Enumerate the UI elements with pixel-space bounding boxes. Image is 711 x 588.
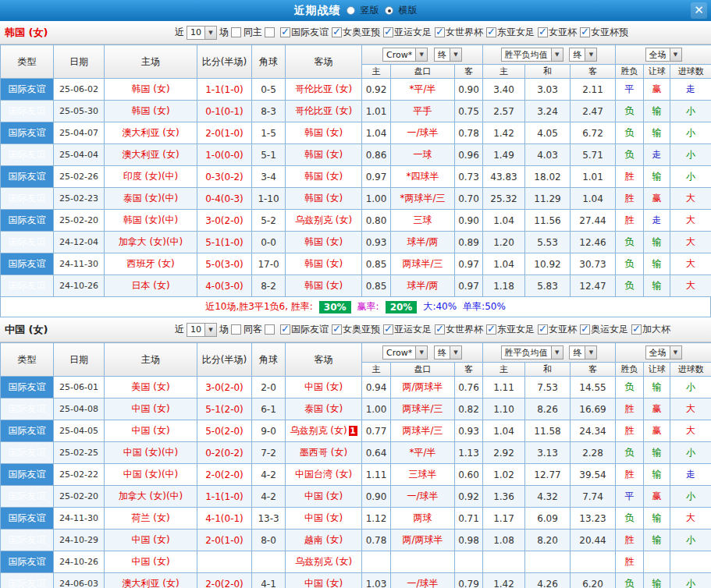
league-checkbox[interactable] — [580, 27, 590, 37]
league-filter[interactable]: 加大杯 — [631, 323, 670, 336]
away-team[interactable]: 哥伦比亚 (女) — [286, 79, 362, 101]
match-type[interactable]: 国际友谊 — [1, 486, 54, 508]
home-team[interactable]: 美国 (女) — [105, 377, 197, 398]
home-team[interactable]: 印度 (女)(中) — [105, 166, 197, 188]
bookmaker-select[interactable]: Crow*▼ — [382, 48, 428, 62]
away-team[interactable]: 韩国 (女) — [286, 122, 362, 144]
league-checkbox[interactable] — [486, 27, 496, 37]
match-type[interactable]: 国际友谊 — [1, 530, 54, 551]
league-filter[interactable]: 女亚杯 — [538, 323, 577, 336]
final-odds-select[interactable]: 终▼ — [434, 48, 462, 62]
scope-select[interactable]: 全场▼ — [645, 345, 682, 360]
scope-select[interactable]: 全场▼ — [645, 48, 682, 62]
league-checkbox[interactable] — [332, 324, 342, 335]
league-checkbox[interactable] — [631, 324, 642, 335]
home-team[interactable]: 中国 (女)(中) — [105, 464, 197, 486]
match-type[interactable]: 国际友谊 — [1, 232, 54, 253]
league-checkbox[interactable] — [280, 324, 290, 335]
match-type[interactable]: 国际友谊 — [1, 188, 54, 210]
league-checkbox[interactable] — [280, 27, 290, 37]
match-type[interactable]: 国际友谊 — [1, 144, 54, 166]
away-team[interactable]: 中国 (女) — [286, 486, 362, 508]
match-type[interactable]: 国际友谊 — [1, 210, 54, 232]
away-team[interactable]: 韩国 (女) — [286, 253, 362, 275]
league-filter[interactable]: 国际友谊 — [280, 26, 329, 39]
home-team[interactable]: 中国 (女) — [105, 420, 197, 442]
vertical-layout-radio[interactable] — [347, 6, 355, 15]
horizontal-layout-radio[interactable] — [385, 6, 393, 15]
away-team[interactable]: 韩国 (女) — [286, 166, 362, 188]
euro-odds-select[interactable]: 胜平负均值▼ — [501, 345, 563, 360]
league-checkbox[interactable] — [435, 27, 445, 37]
league-filter[interactable]: 东亚女足 — [486, 323, 535, 336]
home-team[interactable]: 中国 (女) — [105, 398, 197, 420]
league-checkbox[interactable] — [383, 324, 393, 335]
away-team[interactable]: 泰国 (女) — [286, 398, 362, 420]
league-filter[interactable]: 女奥亚预 — [332, 26, 380, 39]
secondary-checkbox[interactable] — [265, 324, 275, 335]
match-type[interactable]: 国际友谊 — [1, 420, 54, 442]
away-team[interactable]: 韩国 (女) — [286, 275, 362, 297]
league-filter[interactable]: 亚运女足 — [383, 323, 432, 336]
close-icon[interactable]: ✕ — [691, 2, 707, 19]
home-team[interactable]: 西班牙 (女) — [105, 253, 197, 275]
match-type[interactable]: 国际友谊 — [1, 101, 54, 122]
horizontal-layout-label[interactable]: 横版 — [399, 4, 418, 17]
euro-odds-select[interactable]: 胜平负均值▼ — [501, 48, 563, 62]
away-team[interactable]: 中国 (女) — [286, 573, 362, 588]
league-filter[interactable]: 东亚女足 — [486, 26, 535, 39]
away-team[interactable]: 乌兹别克 (女) — [286, 551, 362, 573]
home-team[interactable]: 加拿大 (女)(中) — [105, 232, 197, 253]
secondary-checkbox[interactable] — [265, 27, 275, 37]
away-team[interactable]: 越南 (女) — [286, 530, 362, 551]
away-team[interactable]: 中国 (女) — [286, 377, 362, 398]
away-team[interactable]: 墨西哥 (女) — [286, 442, 362, 464]
away-team[interactable]: 哥伦比亚 (女) — [286, 101, 362, 122]
league-filter[interactable]: 国际友谊 — [280, 323, 329, 336]
match-type[interactable]: 国际友谊 — [1, 573, 54, 588]
recent-count-select[interactable]: 10▼ — [187, 26, 217, 40]
home-team[interactable]: 澳大利亚 (女) — [105, 122, 197, 144]
match-type[interactable]: 国际友谊 — [1, 166, 54, 188]
league-filter[interactable]: 女亚杯 — [538, 26, 577, 39]
final-odds-select[interactable]: 终▼ — [434, 345, 462, 360]
league-filter[interactable]: 女世界杯 — [435, 323, 483, 336]
home-team[interactable]: 澳大利亚 (女) — [105, 573, 197, 588]
home-team[interactable]: 中国 (女)(中) — [105, 442, 197, 464]
match-type[interactable]: 国际友谊 — [1, 377, 54, 398]
vertical-layout-label[interactable]: 竖版 — [361, 4, 379, 17]
home-team[interactable]: 荷兰 (女) — [105, 508, 197, 530]
recent-count-select[interactable]: 10▼ — [187, 323, 217, 337]
match-type[interactable]: 国际友谊 — [1, 508, 54, 530]
league-filter[interactable]: 女世界杯 — [435, 26, 483, 39]
match-type[interactable]: 国际友谊 — [1, 464, 54, 486]
home-team[interactable]: 韩国 (女)(中) — [105, 210, 197, 232]
league-filter[interactable]: 女亚杯预 — [580, 26, 628, 39]
home-team[interactable]: 日本 (女) — [105, 275, 197, 297]
league-filter[interactable]: 亚运女足 — [383, 26, 432, 39]
final-euro-select[interactable]: 终▼ — [569, 48, 597, 62]
league-checkbox[interactable] — [580, 324, 590, 335]
league-filter[interactable]: 奥运女足 — [580, 323, 628, 336]
away-team[interactable]: 乌兹别克 (女) — [286, 210, 362, 232]
league-checkbox[interactable] — [486, 324, 496, 335]
final-euro-select[interactable]: 终▼ — [569, 345, 597, 360]
league-checkbox[interactable] — [332, 27, 342, 37]
home-team[interactable]: 加拿大 (女)(中) — [105, 486, 197, 508]
away-team[interactable]: 韩国 (女) — [286, 144, 362, 166]
match-type[interactable]: 国际友谊 — [1, 122, 54, 144]
same-venue-checkbox[interactable] — [231, 324, 241, 335]
away-team[interactable]: 中国台湾 (女) — [286, 464, 362, 486]
home-team[interactable]: 中国 (女) — [105, 530, 197, 551]
home-team[interactable]: 中国 (女) — [105, 551, 197, 573]
match-type[interactable]: 国际友谊 — [1, 551, 54, 573]
away-team[interactable]: 韩国 (女) — [286, 232, 362, 253]
league-checkbox[interactable] — [538, 27, 548, 37]
home-team[interactable]: 澳大利亚 (女) — [105, 144, 197, 166]
league-checkbox[interactable] — [435, 324, 445, 335]
bookmaker-select[interactable]: Crow*▼ — [382, 345, 428, 360]
match-type[interactable]: 国际友谊 — [1, 398, 54, 420]
league-checkbox[interactable] — [538, 324, 548, 335]
match-type[interactable]: 国际友谊 — [1, 79, 54, 101]
match-type[interactable]: 国际友谊 — [1, 253, 54, 275]
